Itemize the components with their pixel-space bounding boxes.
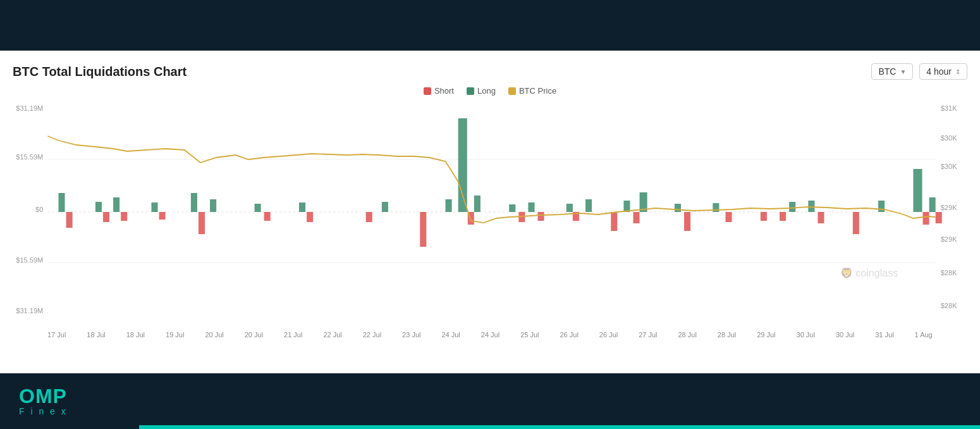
x-axis: 17 Jul 18 Jul 18 Jul 19 Jul 20 Jul 20 Ju… bbox=[13, 327, 967, 339]
legend-short-label: Short bbox=[434, 86, 454, 96]
svg-text:$29K: $29K bbox=[941, 235, 957, 243]
timeframe-dropdown-value: 4 hour bbox=[926, 66, 952, 77]
svg-rect-52 bbox=[538, 212, 544, 221]
legend-long: Long bbox=[467, 86, 496, 96]
svg-rect-54 bbox=[611, 212, 617, 231]
svg-rect-23 bbox=[299, 202, 305, 212]
x-label: 24 Jul bbox=[441, 331, 460, 339]
svg-rect-63 bbox=[936, 212, 942, 223]
svg-rect-30 bbox=[567, 204, 573, 212]
x-label: 26 Jul bbox=[560, 331, 578, 339]
svg-text:$29K: $29K bbox=[941, 204, 957, 211]
svg-rect-43 bbox=[121, 212, 127, 221]
svg-text:🦁 coinglass: 🦁 coinglass bbox=[840, 267, 898, 279]
long-color-indicator bbox=[467, 87, 474, 95]
x-label: 21 Jul bbox=[284, 331, 302, 339]
x-label: 27 Jul bbox=[639, 331, 657, 339]
x-label: 29 Jul bbox=[757, 331, 775, 339]
svg-text:$31.19M: $31.19M bbox=[16, 104, 43, 112]
chart-svg: $31.19M $15.59M $0 $15.59M $31.19M $31K … bbox=[13, 99, 967, 327]
svg-rect-55 bbox=[634, 212, 640, 223]
svg-rect-18 bbox=[113, 197, 119, 212]
coin-dropdown[interactable]: BTC ▼ bbox=[871, 63, 913, 80]
x-label: 17 Jul bbox=[47, 331, 66, 339]
x-label: 22 Jul bbox=[323, 331, 341, 339]
svg-rect-44 bbox=[159, 212, 166, 220]
svg-rect-37 bbox=[808, 201, 814, 212]
top-navigation-bar bbox=[0, 0, 980, 51]
svg-text:$30K: $30K bbox=[941, 134, 957, 142]
x-label: 28 Jul bbox=[718, 331, 736, 339]
timeframe-dropdown[interactable]: 4 hour ⇕ bbox=[919, 63, 967, 80]
svg-rect-16 bbox=[58, 193, 64, 212]
svg-rect-35 bbox=[713, 203, 719, 212]
chart-title: BTC Total Liquidations Chart bbox=[13, 65, 187, 79]
x-label: 31 Jul bbox=[875, 331, 893, 339]
svg-text:$15.59M: $15.59M bbox=[16, 256, 43, 264]
svg-text:$15.59M: $15.59M bbox=[16, 153, 43, 161]
svg-rect-40 bbox=[929, 197, 936, 212]
svg-rect-60 bbox=[818, 212, 824, 223]
x-label: 18 Jul bbox=[87, 331, 105, 339]
chart-header: BTC Total Liquidations Chart BTC ▼ 4 hou… bbox=[13, 63, 967, 80]
chart-legend: Short Long BTC Price bbox=[13, 86, 967, 96]
svg-text:$28K: $28K bbox=[941, 302, 957, 309]
x-label: 1 Aug bbox=[915, 331, 933, 339]
main-content: BTC Total Liquidations Chart BTC ▼ 4 hou… bbox=[0, 51, 980, 373]
x-label: 23 Jul bbox=[402, 331, 420, 339]
coin-dropdown-value: BTC bbox=[878, 66, 896, 77]
x-label: 20 Jul bbox=[205, 331, 223, 339]
svg-rect-56 bbox=[684, 212, 690, 231]
legend-long-label: Long bbox=[477, 86, 496, 96]
x-label: 20 Jul bbox=[245, 331, 263, 339]
x-label: 30 Jul bbox=[797, 331, 815, 339]
svg-rect-29 bbox=[528, 202, 534, 212]
svg-rect-31 bbox=[585, 199, 592, 212]
svg-rect-41 bbox=[66, 212, 73, 228]
svg-text:$0: $0 bbox=[35, 206, 43, 213]
svg-rect-24 bbox=[382, 202, 388, 212]
short-color-indicator bbox=[424, 87, 431, 95]
svg-rect-48 bbox=[366, 212, 372, 222]
svg-rect-62 bbox=[923, 212, 929, 225]
svg-text:$31.19M: $31.19M bbox=[16, 307, 43, 314]
svg-rect-27 bbox=[474, 196, 481, 212]
teal-accent-bar bbox=[139, 425, 980, 429]
svg-rect-46 bbox=[264, 212, 271, 221]
x-label: 25 Jul bbox=[520, 331, 539, 339]
timeframe-dropdown-arrow: ⇕ bbox=[955, 68, 960, 75]
svg-rect-39 bbox=[913, 169, 922, 212]
svg-rect-17 bbox=[95, 202, 102, 212]
svg-rect-58 bbox=[761, 212, 767, 221]
x-label: 30 Jul bbox=[836, 331, 854, 339]
legend-short: Short bbox=[424, 86, 454, 96]
svg-rect-25 bbox=[446, 199, 452, 212]
btc-price-color-indicator bbox=[508, 87, 516, 95]
legend-btc-price: BTC Price bbox=[508, 86, 556, 96]
svg-text:$30K: $30K bbox=[941, 163, 957, 170]
legend-btc-price-label: BTC Price bbox=[519, 86, 556, 96]
svg-rect-36 bbox=[789, 202, 795, 212]
svg-rect-47 bbox=[307, 212, 313, 222]
svg-rect-26 bbox=[458, 118, 467, 212]
svg-rect-19 bbox=[151, 202, 157, 212]
logo: OMP F i n e x bbox=[19, 386, 68, 416]
x-label: 28 Jul bbox=[678, 331, 697, 339]
svg-rect-20 bbox=[191, 193, 197, 212]
svg-rect-59 bbox=[780, 212, 786, 221]
svg-rect-34 bbox=[675, 204, 681, 212]
svg-text:$31K: $31K bbox=[941, 104, 957, 112]
svg-rect-61 bbox=[853, 212, 859, 234]
svg-rect-45 bbox=[199, 212, 205, 234]
coin-dropdown-arrow: ▼ bbox=[900, 68, 906, 75]
svg-rect-57 bbox=[725, 212, 732, 222]
svg-rect-22 bbox=[255, 204, 261, 212]
bottom-bar: OMP F i n e x bbox=[0, 373, 980, 429]
svg-rect-49 bbox=[420, 212, 426, 247]
x-label: 26 Jul bbox=[599, 331, 618, 339]
chart-controls: BTC ▼ 4 hour ⇕ bbox=[871, 63, 967, 80]
x-label: 24 Jul bbox=[481, 331, 499, 339]
logo-omp: OMP bbox=[19, 386, 68, 406]
logo-finex: F i n e x bbox=[19, 406, 68, 416]
chart-area: $31.19M $15.59M $0 $15.59M $31.19M $31K … bbox=[13, 99, 967, 327]
